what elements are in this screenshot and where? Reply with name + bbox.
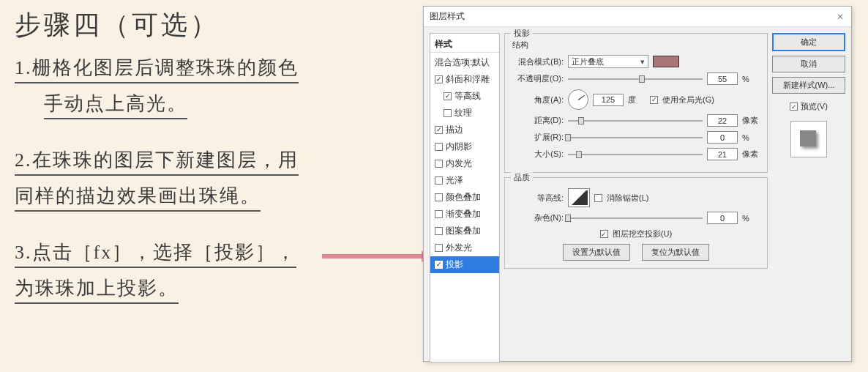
style-item-patternoverlay[interactable]: 图案叠加: [430, 223, 499, 239]
item-label: 混合选项:默认: [435, 56, 490, 69]
angle-dial[interactable]: [568, 89, 588, 110]
structure-group: 投影 结构 混合模式(B): 正片叠底 不透明度(O): 55 % 角度(A):…: [504, 33, 768, 173]
distance-label: 距离(D):: [512, 115, 564, 126]
spread-label: 扩展(R):: [512, 132, 564, 143]
spread-value[interactable]: 0: [707, 131, 738, 144]
cancel-button[interactable]: 取消: [772, 56, 845, 72]
styles-header: 样式: [430, 37, 499, 53]
style-item-stroke[interactable]: 描边: [430, 122, 499, 138]
note-line: 为珠珠加上投影。: [15, 272, 179, 304]
style-item-outerglow[interactable]: 外发光: [430, 239, 499, 256]
style-item-bevel[interactable]: 斜面和浮雕: [430, 71, 499, 88]
antialias-label: 消除锯齿(L): [607, 193, 648, 204]
checkbox-icon[interactable]: [435, 143, 443, 151]
checkbox-icon[interactable]: [435, 244, 443, 252]
size-value[interactable]: 21: [707, 148, 738, 160]
style-item-gradientoverlay[interactable]: 渐变叠加: [430, 206, 499, 223]
noise-slider[interactable]: [568, 217, 703, 219]
style-item-coloroverlay[interactable]: 颜色叠加: [430, 189, 499, 206]
angle-value[interactable]: 125: [593, 94, 624, 106]
reset-default-button[interactable]: 复位为默认值: [642, 244, 709, 261]
checkbox-icon[interactable]: [435, 193, 443, 201]
shadow-color-swatch[interactable]: [653, 56, 679, 67]
note-line: 2.在珠珠的图层下新建图层，用: [15, 144, 299, 176]
contour-picker[interactable]: [568, 188, 590, 207]
checkbox-icon[interactable]: [435, 176, 443, 185]
checkbox-icon[interactable]: [435, 160, 443, 168]
knockout-checkbox[interactable]: [600, 230, 608, 238]
blend-mode-select[interactable]: 正片叠底: [568, 55, 648, 68]
global-light-label: 使用全局光(G): [662, 94, 714, 105]
angle-label: 角度(A):: [512, 94, 564, 105]
dialog-titlebar: 图层样式 ✕: [424, 7, 851, 27]
noise-label: 杂色(N):: [512, 212, 564, 223]
checkbox-icon[interactable]: [435, 126, 443, 134]
antialias-checkbox[interactable]: [594, 194, 602, 202]
style-item-contour[interactable]: 等高线: [430, 88, 499, 105]
new-style-button[interactable]: 新建样式(W)...: [772, 77, 845, 94]
knockout-label: 图层挖空投影(U): [613, 228, 672, 239]
close-icon[interactable]: ✕: [835, 12, 845, 22]
style-item-innershadow[interactable]: 内阴影: [430, 138, 499, 155]
preview-thumbnail: [790, 121, 827, 157]
preview-label: 预览(V): [801, 101, 828, 112]
ok-button[interactable]: 确定: [772, 33, 845, 51]
dialog-title: 图层样式: [430, 10, 465, 23]
layer-style-dialog: 图层样式 ✕ 样式 混合选项:默认 斜面和浮雕 等高线 纹理 描边 内阴影 内发…: [423, 6, 852, 362]
size-slider[interactable]: [568, 154, 703, 155]
dialog-right-column: 确定 取消 新建样式(W)... 预览(V): [772, 33, 845, 362]
styles-list: 样式 混合选项:默认 斜面和浮雕 等高线 纹理 描边 内阴影 内发光 光泽 颜色…: [430, 33, 500, 362]
noise-value[interactable]: 0: [707, 212, 738, 224]
note-line: 手动点上高光。: [44, 88, 187, 119]
checkbox-icon[interactable]: [444, 109, 452, 117]
checkbox-icon[interactable]: [435, 261, 443, 269]
note-line: 1.栅格化图层后调整珠珠的颜色: [15, 52, 299, 83]
make-default-button[interactable]: 设置为默认值: [563, 244, 630, 261]
blend-options-item[interactable]: 混合选项:默认: [430, 54, 499, 71]
preview-checkbox[interactable]: [790, 103, 798, 111]
distance-value[interactable]: 22: [707, 114, 738, 127]
note-line: 同样的描边效果画出珠绳。: [15, 180, 261, 212]
style-item-satin[interactable]: 光泽: [430, 172, 499, 189]
opacity-value[interactable]: 55: [707, 72, 738, 85]
opacity-label: 不透明度(O):: [512, 73, 564, 84]
distance-slider[interactable]: [568, 120, 703, 122]
size-label: 大小(S):: [512, 149, 564, 160]
checkbox-icon[interactable]: [435, 210, 443, 218]
style-item-dropshadow[interactable]: 投影: [430, 256, 499, 273]
contour-label: 等高线:: [512, 193, 564, 204]
step-title: 步骤四（可选）: [15, 7, 410, 43]
tutorial-notes: 步骤四（可选） 1.栅格化图层后调整珠珠的颜色 手动点上高光。 2.在珠珠的图层…: [15, 7, 410, 329]
note-line: 3.点击［fx］，选择［投影］，: [15, 237, 296, 268]
group-sublabel: 结构: [512, 40, 760, 51]
opacity-slider[interactable]: [568, 78, 703, 80]
group-legend: 投影: [511, 28, 533, 39]
global-light-checkbox[interactable]: [650, 96, 658, 104]
quality-group: 品质 等高线: 消除锯齿(L) 杂色(N): 0 % 图层挖空投影(U): [504, 177, 768, 269]
group-legend: 品质: [511, 172, 533, 183]
checkbox-icon[interactable]: [435, 75, 443, 83]
style-item-innerglow[interactable]: 内发光: [430, 155, 499, 172]
style-item-texture[interactable]: 纹理: [430, 105, 499, 122]
checkbox-icon[interactable]: [444, 92, 452, 100]
checkbox-icon[interactable]: [435, 227, 443, 235]
spread-slider[interactable]: [568, 137, 703, 138]
blend-mode-label: 混合模式(B):: [512, 56, 564, 67]
